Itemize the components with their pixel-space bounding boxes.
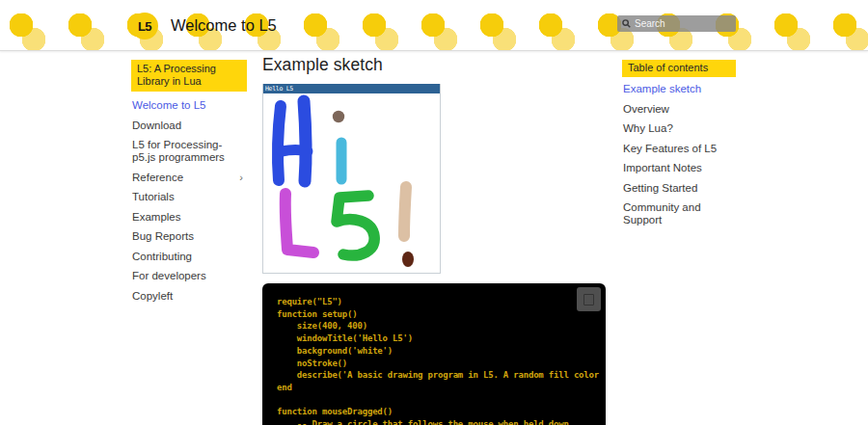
sidebar-item-label: Contributing xyxy=(132,251,192,263)
l5-logo[interactable]: L5 xyxy=(131,13,158,40)
sidebar-item-label: Tutorials xyxy=(132,191,175,203)
toc-item[interactable]: Example sketch xyxy=(622,83,736,95)
search-icon xyxy=(622,19,631,28)
section-heading: Example sketch xyxy=(262,55,606,75)
sidebar-item[interactable]: For developers xyxy=(131,270,247,282)
sidebar-item[interactable]: Download xyxy=(131,120,247,132)
sidebar-item-label: For developers xyxy=(132,270,206,282)
toc-title: Table of contents xyxy=(622,60,736,77)
toc-item-label: Getting Started xyxy=(623,182,697,194)
sidebar-item-label: Welcome to L5 xyxy=(132,99,206,112)
search-box[interactable] xyxy=(617,15,736,32)
sidebar-item-label: Download xyxy=(132,120,181,132)
sketch-drawing xyxy=(263,93,440,273)
toc-item-label: Community and Support xyxy=(623,201,701,226)
code-example: require("L5") function setup() size(400,… xyxy=(262,283,606,425)
toc-item[interactable]: Getting Started xyxy=(622,182,736,195)
sidebar-item[interactable]: L5 for Processing-p5.js programmers xyxy=(131,139,247,164)
sidebar-item[interactable]: Welcome to L5 xyxy=(131,99,247,112)
main-content: Example sketch Hello L5 require xyxy=(262,53,606,425)
toc-item[interactable]: Why Lua? xyxy=(622,122,736,135)
sidebar-nav: L5: A Processing Library in Lua Welcome … xyxy=(131,60,247,309)
toc-item-label: Overview xyxy=(623,103,669,115)
sidebar-item-label: L5 for Processing-p5.js programmers xyxy=(132,139,245,164)
sidebar-item-label: Bug Reports xyxy=(132,230,194,243)
copy-code-button[interactable] xyxy=(577,287,601,311)
sidebar-item-label: Reference xyxy=(132,172,183,184)
toc-item-label: Key Features of L5 xyxy=(623,143,717,154)
sidebar-item[interactable]: Examples xyxy=(131,211,247,224)
toc-item-label: Why Lua? xyxy=(623,122,673,134)
sidebar-item[interactable]: Copyleft xyxy=(131,290,247,303)
sketch-canvas xyxy=(263,93,440,273)
chevron-right-icon: › xyxy=(239,172,245,184)
toc-item-label: Important Notes xyxy=(623,162,702,173)
sketch-window-titlebar: Hello L5 xyxy=(263,84,440,93)
page-title: Welcome to L5 xyxy=(171,0,277,51)
sidebar-item-label: Examples xyxy=(132,211,181,224)
table-of-contents: Table of contents Example sketchOverview… xyxy=(622,60,736,234)
app-header: L5 Welcome to L5 xyxy=(0,0,868,51)
toc-item-label: Example sketch xyxy=(623,83,701,94)
toc-item[interactable]: Community and Support xyxy=(622,201,736,226)
sidebar-item[interactable]: Contributing xyxy=(131,251,247,263)
sidebar-item[interactable]: Bug Reports xyxy=(131,230,247,243)
sidebar-title: L5: A Processing Library in Lua xyxy=(131,60,247,92)
sidebar-item[interactable]: Reference› xyxy=(131,172,247,184)
code-block: require("L5") function setup() size(400,… xyxy=(277,296,591,425)
sidebar-item[interactable]: Tutorials xyxy=(131,191,247,203)
search-input[interactable] xyxy=(635,18,731,29)
toc-item[interactable]: Important Notes xyxy=(622,162,736,174)
sketch-window: Hello L5 xyxy=(262,84,441,274)
toc-item[interactable]: Key Features of L5 xyxy=(622,143,736,155)
sidebar-item-label: Copyleft xyxy=(132,290,173,303)
toc-item[interactable]: Overview xyxy=(622,103,736,116)
